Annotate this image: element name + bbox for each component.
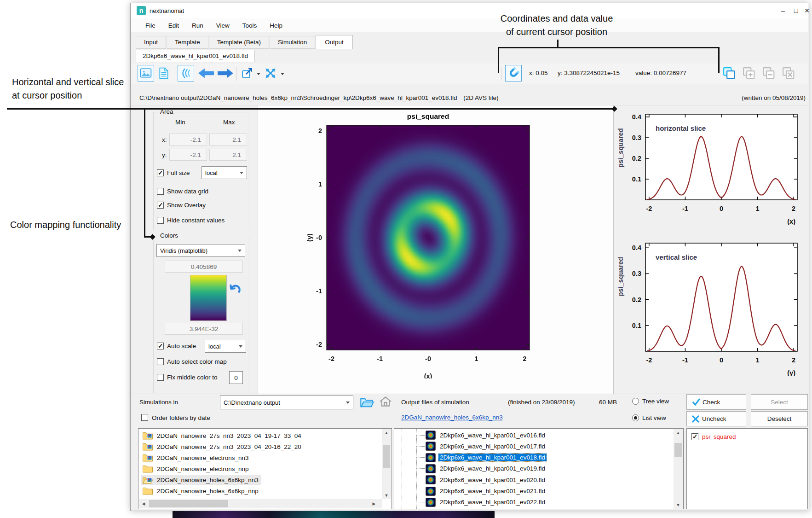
hide-constant-checkbox[interactable] (157, 217, 164, 224)
scroll-up-arrow[interactable]: ▲ (382, 431, 391, 435)
list-view-radio[interactable] (632, 414, 639, 421)
remove-view-button[interactable] (760, 65, 777, 81)
folder-horizontal-scrollbar[interactable]: ◀▶ (139, 499, 382, 508)
file-row[interactable]: 2Dkp6x6_wave_hl_kpar001_ev022.fld (394, 497, 547, 508)
scroll-up-arrow[interactable]: ▲ (674, 431, 683, 435)
minimize-button[interactable]: – (777, 6, 789, 16)
close-button[interactable]: ✕ (801, 6, 812, 16)
tree-view-radio[interactable] (632, 398, 639, 405)
full-size-label: Full size (167, 169, 190, 176)
heatmap-plot[interactable] (327, 125, 530, 350)
auto-select-colormap-checkbox[interactable] (157, 358, 164, 365)
show-overlay-checkbox[interactable] (157, 202, 164, 209)
close-view-button[interactable] (780, 65, 797, 81)
folder-row[interactable]: 2DGaN_nanowire_electrons_nnp (141, 463, 252, 474)
scroll-left-arrow[interactable]: ◀ (141, 501, 146, 506)
scroll-down-arrow[interactable]: ▼ (674, 503, 683, 507)
file-row[interactable]: 2Dkp6x6_wave_hl_kpar001_ev017.fld (394, 441, 547, 452)
file-row[interactable]: 2Dkp6x6_wave_hl_kpar001_ev018.fld (394, 452, 547, 463)
menu-edit[interactable]: Edit (162, 22, 185, 29)
scrollbar-thumb[interactable] (383, 445, 390, 468)
simulations-path-select[interactable]: C:\D\nextnano output (220, 396, 353, 409)
tab-template-beta-[interactable]: Template (Beta) (209, 36, 269, 49)
tab-input[interactable]: Input (136, 36, 166, 49)
order-folders-checkbox[interactable] (141, 414, 148, 421)
folder-row[interactable]: 2DGaN_nanowire_27s_nn3_2023_04_19-17_33_… (141, 430, 304, 441)
cursor-x-value: x: 0.05 (529, 70, 548, 76)
folder-name: 2DGaN_nanowire_27s_nn3_2023_04_20-16_22_… (157, 443, 301, 450)
forward-button[interactable] (217, 65, 234, 81)
file-vertical-scrollbar[interactable]: ▲▼ (674, 429, 683, 509)
folder-list[interactable]: 2DGaN_nanowire_27s_nn3_2023_04_19-17_33_… (138, 428, 392, 509)
folder-row[interactable]: 2DGaN_nanowire_holes_6x6kp_nn3 (141, 474, 261, 485)
menu-help[interactable]: Help (263, 22, 289, 29)
select-button[interactable]: Select (751, 394, 808, 410)
export-button[interactable] (239, 65, 256, 81)
menu-file[interactable]: File (139, 22, 162, 29)
variables-list[interactable]: psi_squared (686, 428, 808, 509)
folder-row[interactable]: 2DGaN_nanowire_27s_nn3_2023_04_20-16_22_… (141, 441, 304, 452)
text-view-button[interactable] (155, 65, 172, 81)
open-folder-button[interactable] (360, 396, 374, 410)
background-window-strip (173, 511, 495, 518)
fix-middle-color-checkbox[interactable] (157, 374, 164, 381)
fix-middle-color-value[interactable]: 0 (229, 371, 243, 384)
colormap-select[interactable]: Viridis (matplotlib) (156, 244, 245, 257)
overlay-waves-button[interactable] (178, 65, 194, 81)
file-row[interactable]: 2Dkp6x6_wave_hl_kpar001_ev020.fld (394, 474, 547, 485)
folder-vertical-scrollbar[interactable]: ▲▼ (382, 429, 391, 499)
full-size-checkbox[interactable] (157, 169, 164, 176)
maximize-button[interactable]: □ (790, 6, 801, 16)
tab-output[interactable]: Output (316, 35, 353, 49)
deselect-button[interactable]: Deselect (751, 411, 808, 426)
menu-view[interactable]: View (210, 22, 236, 29)
folder-name: 2DGaN_nanowire_holes_6x6kp_nnp (157, 488, 259, 495)
copy-pages-icon (723, 67, 736, 80)
order-folders-label: Order folders by date (152, 414, 210, 421)
file-row[interactable]: 2Dkp6x6_wave_hl_kpar001_ev016.fld (394, 430, 547, 441)
check-button[interactable]: Check (686, 394, 746, 410)
variable-row[interactable]: psi_squared (691, 431, 736, 442)
file-row[interactable]: 2Dkp6x6_wave_hl_kpar001_ev019.fld (394, 463, 547, 474)
folder-row[interactable]: 2DGaN_nanowire_electrons_nn3 (141, 452, 252, 463)
menu-tools[interactable]: Tools (236, 22, 264, 29)
auto-scale-mode-select[interactable]: local (205, 340, 246, 353)
folder-open-icon (142, 476, 153, 484)
copy-plot-button[interactable] (721, 65, 737, 81)
output-file-list[interactable]: 2Dkp6x6_wave_hl_kpar001_ev016.fld2Dkp6x6… (394, 428, 684, 509)
menu-run[interactable]: Run (185, 22, 210, 29)
file-row[interactable]: 2Dkp6x6_wave_hl_kpar001_ev021.fld (394, 486, 547, 497)
open-file-tab[interactable]: 2Dkp6x6_wave_hl_kpar001_ev018.fld (136, 50, 255, 62)
scrollbar-thumb[interactable] (674, 443, 682, 457)
file-path-text: C:\D\nextnano output\2DGaN_nanowire_hole… (139, 94, 457, 101)
window-title: nextnanomat (150, 7, 184, 14)
folder-name: 2DGaN_nanowire_holes_6x6kp_nn3 (157, 477, 259, 483)
scroll-right-arrow[interactable]: ▶ (371, 501, 377, 506)
simulation-folder-link[interactable]: 2DGaN_nanowire_holes_6x6kp_nn3 (401, 414, 503, 421)
tab-simulation[interactable]: Simulation (270, 36, 315, 49)
magnet-icon (507, 67, 519, 79)
plot-view-button[interactable] (138, 65, 154, 81)
folder-image-icon (142, 431, 153, 440)
fullscreen-dropdown-caret[interactable] (281, 73, 284, 77)
tree-connector (416, 468, 425, 469)
main-tabs: InputTemplateTemplate (Beta)SimulationOu… (136, 35, 353, 49)
add-view-button[interactable] (741, 65, 757, 81)
fullscreen-button[interactable] (262, 65, 279, 81)
tab-template[interactable]: Template (167, 36, 208, 49)
back-button[interactable] (198, 65, 214, 81)
tree-connector (416, 457, 425, 458)
y-max-field: 2.1 (209, 149, 247, 161)
auto-scale-checkbox[interactable] (157, 343, 164, 349)
cursor-snap-button[interactable] (505, 65, 522, 81)
full-size-mode-select[interactable]: local (202, 166, 247, 179)
home-button[interactable] (379, 395, 392, 409)
annotation-color-note: Color mapping functionality (10, 218, 121, 232)
export-dropdown-caret[interactable] (257, 73, 260, 77)
variable-checkbox[interactable] (691, 433, 698, 440)
scroll-down-arrow[interactable]: ▼ (382, 493, 391, 498)
uncheck-button[interactable]: Uncheck (686, 411, 746, 426)
scrollbar-thumb[interactable] (149, 500, 228, 507)
show-data-grid-checkbox[interactable] (157, 188, 164, 195)
folder-row[interactable]: 2DGaN_nanowire_holes_6x6kp_nnp (141, 485, 261, 496)
